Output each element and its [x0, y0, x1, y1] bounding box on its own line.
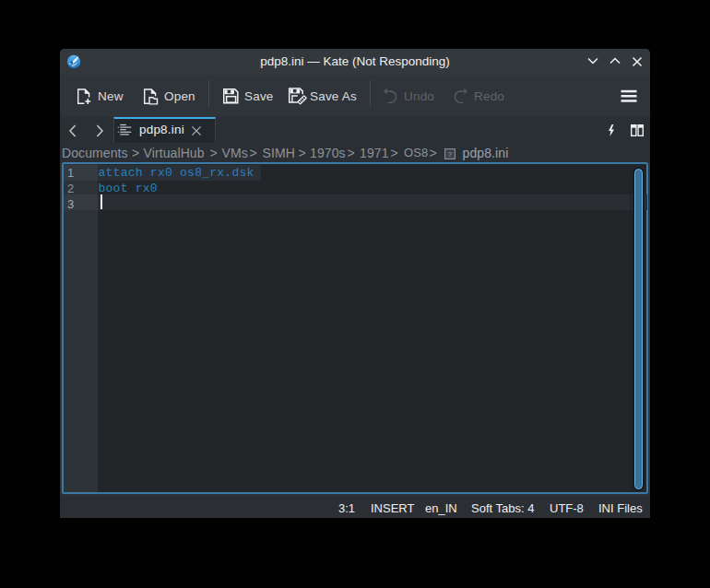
svg-text:?: ?: [447, 149, 451, 158]
